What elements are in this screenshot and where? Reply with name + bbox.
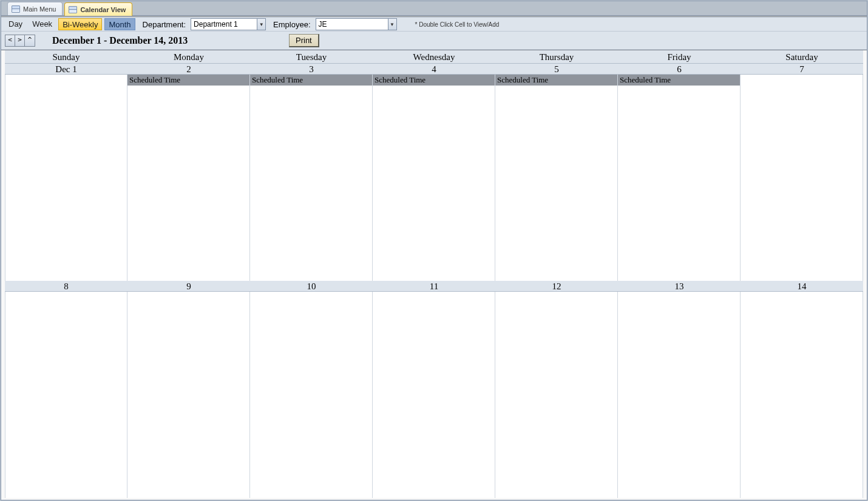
calendar-cell[interactable]: Scheduled Time bbox=[250, 75, 373, 281]
day-header: Saturday bbox=[741, 50, 863, 64]
day-header: Thursday bbox=[495, 50, 618, 64]
next-button[interactable]: > bbox=[15, 35, 25, 46]
nav-row: < > ^ December 1 - December 14, 2013 Pri… bbox=[1, 32, 867, 50]
calendar-cell[interactable] bbox=[250, 292, 373, 498]
scheduled-time-band: Scheduled Time bbox=[373, 75, 495, 86]
tab-label: Calendar View bbox=[80, 6, 126, 13]
scheduled-time-band: Scheduled Time bbox=[127, 75, 249, 86]
scheduled-time-band: Scheduled Time bbox=[618, 75, 740, 86]
date-header: 7 bbox=[741, 64, 863, 75]
calendar-cell[interactable] bbox=[741, 292, 863, 498]
prev-button[interactable]: < bbox=[5, 35, 15, 46]
calendar-cell[interactable] bbox=[127, 292, 250, 498]
print-button[interactable]: Print bbox=[289, 34, 319, 47]
day-header-row: Sunday Monday Tuesday Wednesday Thursday… bbox=[5, 50, 863, 64]
view-biweekly-button[interactable]: Bi-Weekly bbox=[58, 18, 102, 30]
week1-cells: Scheduled Time Scheduled Time Scheduled … bbox=[5, 75, 863, 281]
calendar-cell[interactable] bbox=[5, 292, 127, 498]
date-header: 5 bbox=[495, 64, 618, 75]
calendar-cell[interactable] bbox=[373, 292, 495, 498]
date-header: 12 bbox=[495, 281, 618, 292]
calendar-cell[interactable]: Scheduled Time bbox=[618, 75, 741, 281]
date-range-label: December 1 - December 14, 2013 bbox=[52, 35, 283, 46]
date-header: 6 bbox=[618, 64, 741, 75]
tab-calendar-view[interactable]: Calendar View bbox=[64, 2, 132, 16]
chevron-down-icon[interactable]: ▼ bbox=[388, 19, 396, 30]
day-header: Tuesday bbox=[250, 50, 373, 64]
form-icon bbox=[69, 6, 77, 13]
calendar-cell[interactable] bbox=[5, 75, 127, 281]
date-header: 14 bbox=[741, 281, 863, 292]
date-header: 9 bbox=[127, 281, 250, 292]
scheduled-time-band: Scheduled Time bbox=[250, 75, 372, 86]
form-icon bbox=[12, 5, 20, 13]
calendar: Sunday Monday Tuesday Wednesday Thursday… bbox=[1, 50, 867, 498]
tab-main-menu[interactable]: Main Menu bbox=[7, 2, 63, 15]
view-week-button[interactable]: Week bbox=[29, 18, 56, 30]
day-header: Sunday bbox=[5, 50, 127, 64]
date-header: 10 bbox=[250, 281, 373, 292]
calendar-cell[interactable] bbox=[495, 292, 618, 498]
department-combo[interactable]: Department 1 ▼ bbox=[191, 18, 266, 30]
date-header: 3 bbox=[250, 64, 373, 75]
scheduled-time-band: Scheduled Time bbox=[495, 75, 617, 86]
date-header: 4 bbox=[373, 64, 495, 75]
department-value: Department 1 bbox=[194, 20, 257, 29]
date-header-row: 8 9 10 11 12 13 14 bbox=[5, 281, 863, 292]
tab-label: Main Menu bbox=[23, 5, 56, 13]
nav-button-group: < > ^ bbox=[5, 35, 35, 47]
view-day-button[interactable]: Day bbox=[5, 18, 26, 30]
date-header: 11 bbox=[373, 281, 495, 292]
week2-cells bbox=[5, 292, 863, 498]
employee-label: Employee: bbox=[268, 20, 313, 29]
tab-strip: Main Menu Calendar View bbox=[1, 1, 867, 16]
view-toolbar: Day Week Bi-Weekly Month Department: Dep… bbox=[1, 17, 867, 32]
employee-combo[interactable]: JE ▼ bbox=[316, 18, 397, 30]
day-header: Monday bbox=[127, 50, 250, 64]
helper-text: * Double Click Cell to View/Add bbox=[415, 21, 500, 28]
toolbar-band: Day Week Bi-Weekly Month Department: Dep… bbox=[1, 16, 867, 50]
chevron-down-icon[interactable]: ▼ bbox=[257, 19, 265, 30]
app-frame: Main Menu Calendar View Day Week Bi-Week… bbox=[1, 1, 867, 500]
date-header: Dec 1 bbox=[5, 64, 127, 75]
date-header: 2 bbox=[127, 64, 250, 75]
calendar-cell[interactable]: Scheduled Time bbox=[127, 75, 250, 281]
date-header-row: Dec 1 2 3 4 5 6 7 bbox=[5, 64, 863, 75]
employee-value: JE bbox=[319, 20, 388, 29]
day-header: Friday bbox=[618, 50, 741, 64]
calendar-cell[interactable]: Scheduled Time bbox=[373, 75, 495, 281]
calendar-cell[interactable] bbox=[741, 75, 863, 281]
date-header: 13 bbox=[618, 281, 741, 292]
up-button[interactable]: ^ bbox=[25, 35, 35, 46]
calendar-cell[interactable] bbox=[618, 292, 741, 498]
calendar-cell[interactable]: Scheduled Time bbox=[495, 75, 618, 281]
day-header: Wednesday bbox=[373, 50, 495, 64]
view-month-button[interactable]: Month bbox=[104, 18, 135, 30]
department-label: Department: bbox=[138, 20, 189, 29]
date-header: 8 bbox=[5, 281, 127, 292]
content-area: Day Week Bi-Weekly Month Department: Dep… bbox=[1, 16, 867, 500]
